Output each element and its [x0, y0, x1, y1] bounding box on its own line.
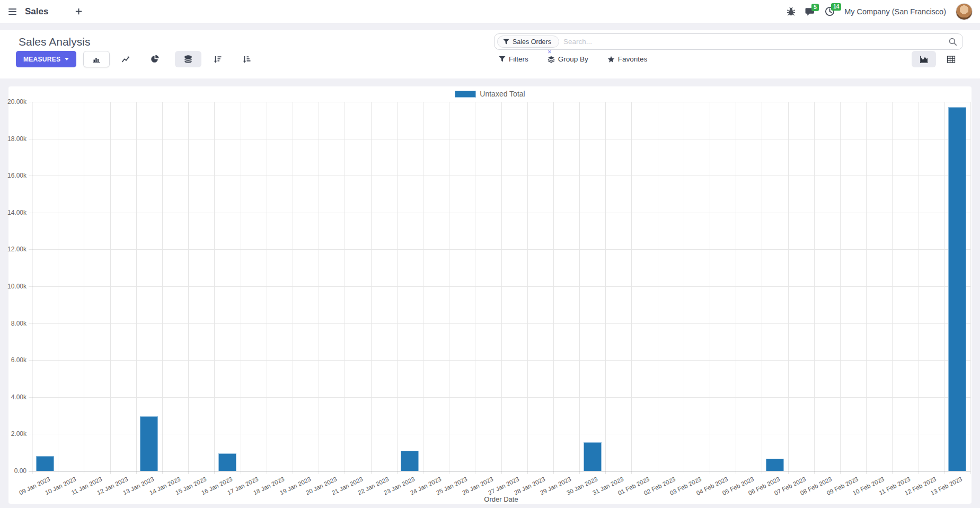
gridline-v — [293, 102, 293, 474]
gridline-v — [423, 102, 423, 474]
y-tick-label: 4.00k — [1, 393, 27, 401]
search-facet-sales-orders[interactable]: Sales Orders — [497, 36, 559, 48]
bar-chart-plot: Order Date 0.002.00k4.00k6.00k8.00k10.00… — [32, 102, 970, 471]
legend-label: Untaxed Total — [480, 90, 525, 98]
gridline-v — [840, 102, 841, 474]
gridline-v — [319, 102, 319, 474]
gridline-v — [110, 102, 111, 474]
gridline-v — [214, 102, 215, 474]
gridline-v — [267, 102, 267, 474]
gridline-v — [553, 102, 554, 474]
y-tick-label: 20.00k — [1, 98, 27, 106]
app-name[interactable]: Sales — [25, 6, 48, 17]
control-panel: Sales Analysis Sales Orders × MEASURES — [0, 30, 980, 78]
gridline-v — [241, 102, 241, 474]
filter-funnel-icon — [499, 56, 506, 63]
gridline-h — [29, 249, 970, 250]
gridline-v — [736, 102, 736, 474]
apps-menu-icon[interactable] — [7, 6, 17, 17]
gridline-v — [501, 102, 502, 474]
bar[interactable] — [36, 456, 54, 471]
search-input[interactable] — [563, 38, 948, 46]
stacked-button[interactable] — [175, 51, 201, 67]
gridline-v — [866, 102, 867, 474]
line-chart-button[interactable] — [112, 51, 139, 67]
area-chart-icon — [920, 55, 929, 64]
graph-view-button[interactable] — [912, 51, 936, 67]
pivot-view-button[interactable] — [939, 51, 963, 67]
pivot-table-icon — [947, 55, 956, 64]
debug-bug-icon[interactable] — [787, 7, 796, 16]
sort-descending-button[interactable] — [204, 51, 231, 67]
search-bar[interactable]: Sales Orders × — [494, 33, 963, 50]
gridline-v — [397, 102, 398, 474]
gridline-h — [29, 139, 970, 139]
gridline-v — [449, 102, 449, 474]
topbar-left: Sales — [7, 6, 83, 17]
group-by-button[interactable]: Group By — [548, 55, 588, 63]
pie-chart-button[interactable] — [142, 51, 168, 67]
line-chart-icon — [121, 55, 130, 64]
chart-type-buttons — [83, 51, 260, 67]
bar-chart-icon — [92, 55, 101, 64]
chevron-down-icon — [65, 58, 69, 60]
messages-icon[interactable]: 5 — [805, 7, 815, 16]
y-tick-label: 6.00k — [1, 356, 27, 364]
activities-count-badge: 14 — [831, 3, 841, 11]
gridline-v — [919, 102, 919, 474]
sort-ascending-icon — [242, 55, 251, 64]
database-icon — [184, 55, 192, 64]
y-tick-label: 10.00k — [1, 283, 27, 290]
bar-chart-button[interactable] — [83, 51, 110, 67]
group-by-label: Group By — [558, 55, 588, 63]
gridline-v — [788, 102, 789, 474]
gridline-v — [631, 102, 632, 474]
gridline-h — [29, 102, 970, 102]
y-axis-line — [32, 102, 32, 474]
messages-count-badge: 5 — [811, 4, 819, 11]
gridline-h — [29, 434, 970, 434]
sort-ascending-button[interactable] — [233, 51, 260, 67]
activities-clock-icon[interactable]: 14 — [825, 6, 835, 16]
gridline-v — [814, 102, 815, 474]
facet-label: Sales Orders — [513, 38, 551, 46]
bar[interactable] — [401, 451, 419, 471]
search-icon[interactable] — [948, 37, 957, 46]
gridline-v — [762, 102, 762, 474]
gridline-h — [29, 360, 970, 361]
gridline-v — [605, 102, 606, 474]
view-switcher — [912, 51, 963, 67]
gridline-v — [136, 102, 137, 474]
search-options: Filters Group By Favorites — [499, 51, 647, 67]
gridline-h — [29, 286, 970, 287]
y-tick-label: 14.00k — [1, 209, 27, 216]
y-tick-label: 0.00 — [1, 467, 27, 475]
y-tick-label: 2.00k — [1, 430, 27, 437]
bar[interactable] — [584, 442, 602, 471]
user-avatar[interactable] — [956, 3, 973, 20]
bar[interactable] — [140, 416, 158, 471]
gridline-v — [970, 102, 971, 474]
gridline-v — [84, 102, 84, 474]
gridline-v — [371, 102, 372, 474]
plus-icon[interactable] — [75, 7, 83, 15]
gridline-v — [892, 102, 893, 474]
layers-icon — [548, 56, 555, 63]
gridline-v — [684, 102, 684, 474]
bar[interactable] — [766, 459, 784, 471]
company-switcher[interactable]: My Company (San Francisco) — [844, 7, 946, 16]
y-tick-label: 16.00k — [1, 172, 27, 179]
bar[interactable] — [948, 107, 966, 471]
filters-button[interactable]: Filters — [499, 55, 528, 63]
chart-legend[interactable]: Untaxed Total — [8, 90, 972, 98]
bar[interactable] — [218, 453, 236, 471]
gridline-v — [710, 102, 710, 474]
page-title: Sales Analysis — [19, 36, 90, 48]
favorites-label: Favorites — [618, 55, 648, 63]
gridline-v — [162, 102, 163, 474]
filter-funnel-icon — [503, 39, 509, 45]
favorites-button[interactable]: Favorites — [607, 55, 648, 63]
gridline-v — [579, 102, 580, 474]
gridline-v — [944, 102, 945, 474]
measures-button[interactable]: MEASURES — [16, 51, 76, 67]
